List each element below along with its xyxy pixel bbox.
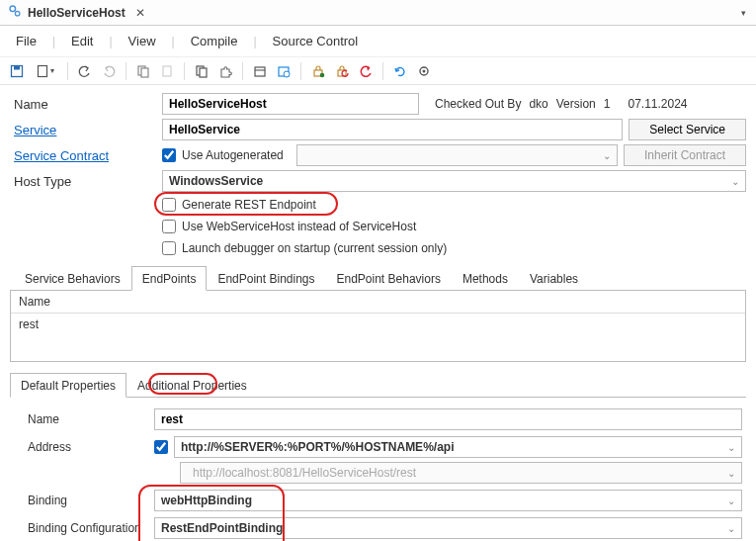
svg-rect-4: [39, 65, 47, 76]
puzzle-icon[interactable]: [214, 60, 236, 82]
lock-revert-icon[interactable]: [331, 60, 353, 82]
svg-point-13: [284, 71, 290, 77]
launch-debugger-label[interactable]: Launch debugger on startup (current sess…: [182, 241, 447, 255]
checked-out-label: Checked Out By: [435, 97, 521, 111]
svg-point-15: [320, 72, 325, 77]
svg-point-0: [10, 6, 16, 12]
svg-rect-7: [163, 66, 171, 76]
service-contract-label[interactable]: Service Contract: [10, 148, 156, 163]
select-service-button[interactable]: Select Service: [629, 119, 746, 140]
prop-address-label: Address: [24, 440, 148, 454]
version-label: Version: [556, 97, 596, 111]
menu-source-control[interactable]: Source Control: [263, 30, 369, 52]
tab-default-properties[interactable]: Default Properties: [10, 373, 126, 398]
use-webservicehost-checkbox[interactable]: [162, 220, 176, 233]
prop-address-hint-select: http://localhost:8081/HelloServiceHost/r…: [180, 462, 742, 484]
service-label[interactable]: Service: [10, 123, 156, 137]
prop-binding-label: Binding: [24, 494, 148, 507]
tab-additional-properties[interactable]: Additional Properties: [126, 373, 258, 398]
duplicate-icon[interactable]: [191, 60, 212, 82]
prop-address-enabled-checkbox[interactable]: [154, 440, 168, 454]
new-icon[interactable]: [30, 60, 61, 82]
copy-icon[interactable]: [132, 60, 154, 82]
tab-endpoint-bindings[interactable]: EndPoint Bindings: [207, 266, 325, 291]
endpoints-grid[interactable]: Name rest: [10, 291, 746, 362]
contract-select: ⌄: [296, 144, 618, 166]
use-autogenerated-checkbox[interactable]: [162, 148, 176, 162]
editor-tab[interactable]: HelloServiceHost ✕: [0, 0, 153, 25]
history-icon[interactable]: [273, 60, 294, 82]
lock-edit-icon[interactable]: [307, 60, 329, 82]
name-label: Name: [10, 97, 156, 112]
tab-endpoints[interactable]: EndPoints: [131, 266, 208, 291]
tab-variables[interactable]: Variables: [519, 266, 589, 291]
svg-rect-3: [14, 65, 20, 69]
grid-row[interactable]: rest: [11, 314, 745, 335]
host-type-label: Host Type: [10, 174, 156, 189]
svg-rect-9: [200, 68, 207, 77]
save-icon[interactable]: [6, 60, 28, 82]
compile-gear-icon[interactable]: [413, 60, 435, 82]
close-icon[interactable]: ✕: [135, 6, 145, 20]
paste-icon[interactable]: [156, 60, 178, 82]
menu-view[interactable]: View: [119, 30, 166, 52]
revert-icon[interactable]: [355, 60, 377, 82]
generate-rest-label[interactable]: Generate REST Endpoint: [182, 198, 316, 212]
menu-edit[interactable]: Edit: [61, 30, 103, 52]
undo-icon[interactable]: [74, 60, 96, 82]
menu-compile[interactable]: Compile: [181, 30, 248, 52]
prop-binding-cfg-label: Binding Configuration: [24, 521, 148, 535]
launch-debugger-checkbox[interactable]: [162, 241, 176, 255]
svg-rect-10: [255, 67, 265, 76]
grid-header-name: Name: [11, 291, 745, 314]
prop-name-input[interactable]: [154, 408, 742, 430]
calendar-icon[interactable]: [249, 60, 271, 82]
tab-endpoint-behaviors[interactable]: EndPoint Behaviors: [326, 266, 452, 291]
svg-rect-6: [141, 68, 148, 77]
tab-overflow-button[interactable]: ▾: [734, 4, 752, 22]
tab-service-behaviors[interactable]: Service Behaviors: [14, 266, 131, 291]
gears-icon: [8, 4, 22, 21]
redo-icon[interactable]: [98, 60, 120, 82]
use-webservicehost-label[interactable]: Use WebServiceHost instead of ServiceHos…: [182, 220, 416, 233]
prop-binding-cfg-select[interactable]: RestEndPointBinding⌄: [154, 517, 742, 539]
checked-out-user: dko: [529, 97, 547, 111]
grid-row[interactable]: [11, 335, 745, 361]
prop-binding-select[interactable]: webHttpBinding⌄: [154, 490, 742, 511]
name-input[interactable]: [162, 93, 419, 115]
tab-title: HelloServiceHost: [28, 6, 126, 20]
inherit-contract-button: Inherit Contract: [624, 144, 746, 166]
generate-rest-checkbox[interactable]: [162, 198, 176, 212]
refresh-icon[interactable]: [389, 60, 411, 82]
svg-point-18: [423, 69, 426, 72]
version-date: 07.11.2024: [628, 97, 687, 111]
host-type-select[interactable]: WindowsService⌄: [162, 170, 746, 192]
menu-file[interactable]: File: [6, 30, 46, 52]
version-value: 1: [604, 97, 611, 111]
prop-name-label: Name: [24, 412, 148, 426]
prop-address-select[interactable]: http://%SERVER%:%PORT%/%HOSTNAME%/api⌄: [174, 436, 742, 458]
use-autogenerated-label[interactable]: Use Autogenerated: [182, 148, 291, 162]
tab-methods[interactable]: Methods: [452, 266, 519, 291]
service-input[interactable]: [162, 119, 623, 140]
svg-point-1: [15, 11, 20, 16]
